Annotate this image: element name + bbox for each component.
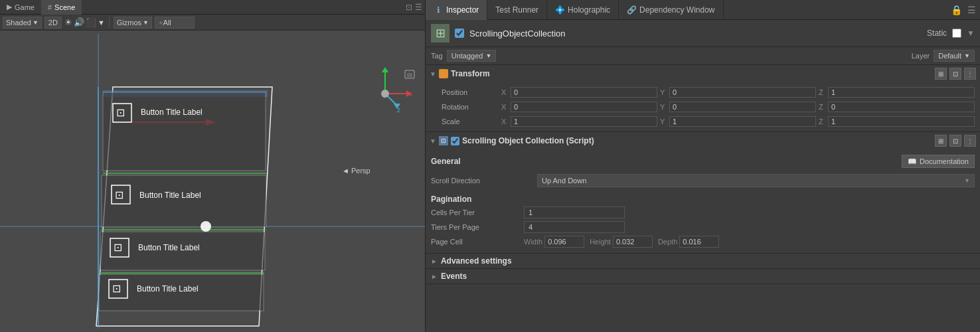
rotation-row: Rotation X Y Z	[426, 100, 980, 114]
transform-btn-3[interactable]: ⋮	[964, 68, 976, 80]
script-btn-3[interactable]: ⋮	[964, 135, 976, 147]
shading-arrow: ▼	[33, 19, 39, 26]
object-thumbnail: ⊞	[431, 24, 449, 42]
svg-text:◄ Persp: ◄ Persp	[342, 167, 370, 175]
inspector-tabs: ℹ Inspector Test Runner 💠 Holographic 🔗 …	[426, 0, 980, 20]
tiers-per-page-label: Tiers Per Page	[431, 223, 524, 231]
tag-arrow: ▼	[485, 52, 491, 59]
cells-per-tier-row: Cells Per Tier	[426, 205, 980, 220]
pagination-section: Pagination Cells Per Tier Tiers Per Page…	[426, 191, 980, 250]
shading-dropdown[interactable]: Shaded ▼	[3, 17, 42, 29]
page-cell-values: Width Height Depth	[524, 236, 975, 248]
scroll-direction-value: Up And Down	[542, 177, 586, 185]
tag-dropdown[interactable]: Untagged ▼	[447, 50, 497, 62]
documentation-button[interactable]: 📖 Documentation	[902, 155, 975, 168]
cells-per-tier-input[interactable]	[524, 207, 625, 218]
transform-section: ▼ Transform ⊞ ⊡ ⋮ Position X	[426, 65, 980, 132]
transform-btn-2[interactable]: ⊡	[949, 68, 961, 80]
rotation-x: X	[501, 102, 657, 112]
light-icon[interactable]: ☀	[64, 17, 72, 27]
transform-header[interactable]: ▼ Transform ⊞ ⊡ ⋮	[426, 65, 980, 82]
object-active-checkbox[interactable]	[455, 29, 464, 38]
svg-point-19	[201, 221, 211, 232]
left-panel: ▶ Game # Scene ⊡ ☰ Shaded ▼ 2D ☀ 🔊 ⬛ ▼ G…	[0, 0, 425, 332]
audio-icon[interactable]: 🔊	[74, 17, 84, 27]
scene-toolbar: Shaded ▼ 2D ☀ 🔊 ⬛ ▼ Gizmos ▼ + All	[0, 15, 425, 31]
rz-label: Z	[819, 103, 827, 111]
svg-text:Button Title Label: Button Title Label	[141, 108, 203, 117]
script-active-checkbox[interactable]	[451, 137, 459, 145]
tab-scene-label: Scene	[54, 3, 75, 11]
tab-inspector[interactable]: ℹ Inspector	[426, 0, 487, 20]
scene-menu-icon[interactable]: ☰	[415, 3, 422, 12]
position-x-input[interactable]	[511, 87, 657, 98]
inspector-menu-icon[interactable]: ☰	[966, 3, 977, 17]
static-checkbox[interactable]	[952, 29, 961, 38]
rotation-y-input[interactable]	[669, 102, 816, 112]
game-icon: ▶	[7, 3, 12, 11]
svg-point-37	[381, 90, 389, 98]
scene-extra-btn[interactable]: ▼	[98, 19, 105, 27]
tab-dependency-window[interactable]: 🔗 Dependency Window	[619, 0, 723, 20]
svg-text:⊡: ⊡	[116, 107, 125, 118]
scale-values: X Y Z	[501, 116, 975, 127]
page-cell-height-input[interactable]	[613, 236, 653, 248]
rx-label: X	[501, 103, 509, 111]
fx-icon[interactable]: ⬛	[86, 17, 96, 27]
ry-label: Y	[660, 103, 668, 111]
script-btn-2[interactable]: ⊡	[949, 135, 961, 147]
position-label: Position	[442, 88, 501, 96]
page-cell-width-input[interactable]	[544, 236, 584, 248]
scene-maximize-icon[interactable]: ⊡	[406, 3, 412, 12]
static-label: Static	[927, 29, 947, 38]
rotation-label: Rotation	[442, 103, 501, 111]
static-dropdown-arrow[interactable]: ▼	[967, 29, 975, 38]
scale-x-input[interactable]	[511, 116, 657, 127]
svg-text:Button Title Label: Button Title Label	[138, 243, 200, 252]
tiers-per-page-input[interactable]	[524, 221, 625, 233]
tab-game[interactable]: ▶ Game	[0, 0, 41, 15]
scale-y-input[interactable]	[669, 116, 816, 127]
layer-label: Layer	[912, 52, 930, 60]
page-cell-depth-input[interactable]	[679, 236, 719, 248]
transform-body: Position X Y Z	[426, 82, 980, 131]
tag-layer-row: Tag Untagged ▼ Layer Default ▼	[426, 47, 980, 65]
position-y-input[interactable]	[669, 87, 816, 98]
scroll-direction-row: Scroll Direction Up And Down ▼	[426, 171, 980, 191]
transform-collapse-arrow: ▼	[430, 70, 436, 78]
scale-z-input[interactable]	[828, 116, 975, 127]
rotation-z-input[interactable]	[828, 102, 975, 112]
scale-x: X	[501, 116, 657, 127]
object-name: ScrollingObjectCollection	[469, 29, 922, 39]
rotation-x-input[interactable]	[511, 102, 657, 112]
inspector-lock-icon[interactable]: 🔒	[949, 3, 963, 17]
shading-label: Shaded	[6, 19, 31, 27]
transform-title: Transform	[451, 69, 490, 78]
transform-btn-1[interactable]: ⊞	[935, 68, 947, 80]
gizmos-dropdown[interactable]: Gizmos ▼	[114, 17, 152, 29]
scroll-direction-dropdown[interactable]: Up And Down ▼	[537, 174, 975, 187]
script-body: General 📖 Documentation Scroll Direction…	[426, 149, 980, 253]
layer-dropdown[interactable]: Default ▼	[934, 50, 975, 62]
scale-row: Scale X Y Z	[426, 114, 980, 129]
position-x: X	[501, 87, 657, 98]
rotation-z: Z	[819, 102, 975, 112]
gizmos-arrow: ▼	[143, 19, 149, 26]
tab-scene[interactable]: # Scene	[41, 0, 82, 15]
position-y: Y	[660, 87, 816, 98]
tab-test-runner[interactable]: Test Runner	[487, 0, 547, 20]
page-cell-width-field: Width	[524, 236, 584, 248]
object-header: ⊞ ScrollingObjectCollection Static ▼	[426, 20, 980, 47]
scene-svg: ⊡ Button Title Label ⊡ Button Title Labe…	[0, 31, 425, 332]
tab-holographic[interactable]: 💠 Holographic	[547, 0, 619, 20]
events-row[interactable]: ► Events	[426, 268, 980, 284]
script-btn-1[interactable]: ⊞	[935, 135, 947, 147]
2d-toggle[interactable]: 2D	[44, 17, 62, 29]
search-btn[interactable]: + All	[155, 17, 195, 29]
page-cell-row: Page Cell Width Height Depth	[426, 234, 980, 249]
advanced-settings-row[interactable]: ► Advanced settings	[426, 253, 980, 268]
tab-test-runner-label: Test Runner	[495, 5, 538, 15]
position-z-input[interactable]	[828, 87, 975, 98]
page-cell-label: Page Cell	[431, 238, 524, 246]
scene-viewport[interactable]: ⊡ Button Title Label ⊡ Button Title Labe…	[0, 31, 425, 332]
